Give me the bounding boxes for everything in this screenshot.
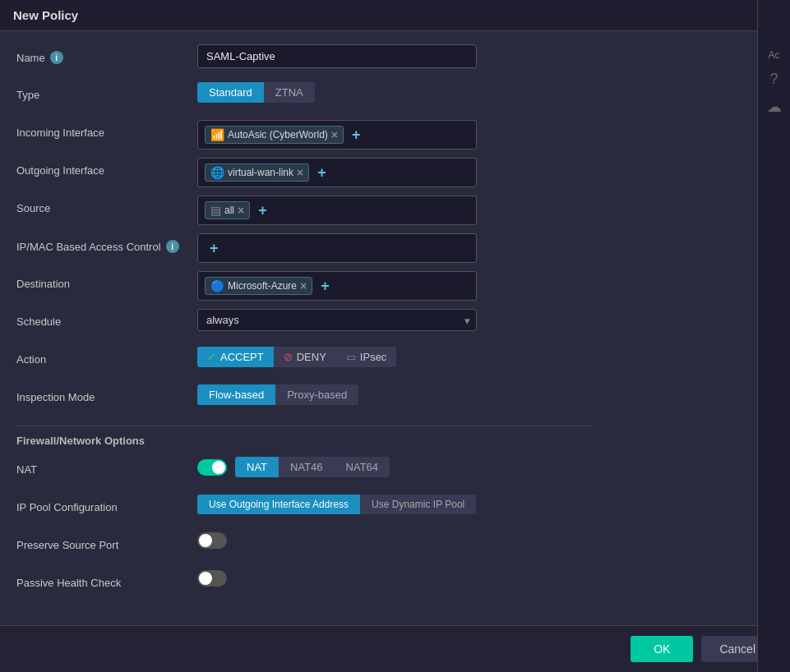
firewall-section-title: Firewall/Network Options bbox=[16, 435, 592, 447]
source-tagbox[interactable]: ▤ all × + bbox=[197, 196, 477, 225]
ipmac-add-btn[interactable]: + bbox=[205, 238, 224, 259]
destination-label: Destination bbox=[16, 271, 197, 290]
nat-nat-btn[interactable]: NAT bbox=[235, 457, 279, 477]
passive-health-check-toggle[interactable] bbox=[197, 570, 227, 587]
ipsec-label: IPsec bbox=[360, 351, 387, 363]
outgoing-interface-remove-btn[interactable]: × bbox=[297, 166, 303, 179]
ipmac-row: IP/MAC Based Access Control i + bbox=[16, 233, 592, 263]
accept-label: ACCEPT bbox=[220, 351, 264, 363]
deny-circle-icon: ⊘ bbox=[284, 351, 293, 363]
content-area: Name i Type Standard ZTNA In bbox=[0, 31, 790, 625]
dialog: Ac ? ☁ New Policy Name i Type bbox=[0, 0, 790, 672]
nat-nat46-btn[interactable]: NAT46 bbox=[279, 457, 335, 477]
schedule-control: always bbox=[197, 309, 592, 331]
incoming-interface-add-btn[interactable]: + bbox=[347, 125, 366, 145]
inspection-mode-btn-group: Flow-based Proxy-based bbox=[197, 384, 592, 405]
accept-checkmark-icon: ✓ bbox=[207, 351, 216, 363]
destination-add-btn[interactable]: + bbox=[316, 276, 335, 297]
incoming-interface-tag: 📶 AutoAsic (CyberWorld) × bbox=[205, 126, 344, 144]
type-standard-btn[interactable]: Standard bbox=[197, 82, 264, 103]
destination-row: Destination 🔵 Microsoft-Azure × + bbox=[16, 271, 592, 301]
action-ipsec-btn[interactable]: ▭ IPsec bbox=[336, 347, 397, 367]
ok-button[interactable]: OK bbox=[631, 636, 693, 662]
name-input[interactable] bbox=[197, 44, 477, 68]
action-btn-group: ✓ ACCEPT ⊘ DENY ▭ IPsec bbox=[197, 347, 592, 367]
footer: OK Cancel bbox=[0, 625, 790, 672]
name-info-icon[interactable]: i bbox=[50, 51, 63, 64]
inspection-mode-label: Inspection Mode bbox=[16, 384, 197, 403]
outgoing-interface-tag: 🌐 virtual-wan-link × bbox=[205, 163, 309, 182]
ip-pool-btn-group: Use Outgoing Interface Address Use Dynam… bbox=[197, 495, 592, 514]
action-control: ✓ ACCEPT ⊘ DENY ▭ IPsec bbox=[197, 347, 592, 367]
source-value: all bbox=[224, 205, 234, 216]
wifi-icon: 📶 bbox=[210, 128, 224, 141]
source-tag: ▤ all × bbox=[205, 201, 250, 219]
incoming-interface-remove-btn[interactable]: × bbox=[331, 128, 338, 141]
azure-icon: 🔵 bbox=[210, 279, 224, 292]
incoming-interface-tagbox[interactable]: 📶 AutoAsic (CyberWorld) × + bbox=[197, 120, 477, 150]
name-row: Name i bbox=[16, 44, 592, 74]
ipmac-tagbox[interactable]: + bbox=[197, 233, 477, 263]
action-accept-btn[interactable]: ✓ ACCEPT bbox=[197, 347, 274, 367]
nat-nat64-btn[interactable]: NAT64 bbox=[335, 457, 390, 477]
schedule-select-wrapper: always bbox=[197, 309, 477, 331]
preserve-source-port-knob bbox=[199, 534, 212, 547]
inspection-proxy-btn[interactable]: Proxy-based bbox=[275, 384, 358, 405]
ipmac-label: IP/MAC Based Access Control i bbox=[16, 233, 197, 253]
ip-pool-dynamic-btn[interactable]: Use Dynamic IP Pool bbox=[360, 495, 476, 514]
nat-options: NAT NAT46 NAT64 bbox=[197, 457, 592, 477]
source-add-btn[interactable]: + bbox=[253, 200, 272, 221]
name-label: Name i bbox=[16, 44, 197, 64]
ipsec-icon: ▭ bbox=[346, 351, 356, 363]
name-control bbox=[197, 44, 592, 68]
nat-toggle[interactable] bbox=[197, 459, 227, 476]
destination-control: 🔵 Microsoft-Azure × + bbox=[197, 271, 592, 301]
type-btn-group: Standard ZTNA bbox=[197, 82, 592, 103]
preserve-source-port-row: Preserve Source Port bbox=[16, 532, 592, 562]
form-container: Name i Type Standard ZTNA In bbox=[16, 44, 592, 600]
right-panel: Ac ? ☁ bbox=[757, 0, 790, 672]
type-ztna-btn[interactable]: ZTNA bbox=[264, 82, 315, 103]
source-label: Source bbox=[16, 196, 197, 214]
source-icon: ▤ bbox=[210, 204, 221, 217]
incoming-interface-row: Incoming Interface 📶 AutoAsic (CyberWorl… bbox=[16, 120, 592, 150]
outgoing-interface-row: Outgoing Interface 🌐 virtual-wan-link × … bbox=[16, 158, 592, 187]
incoming-interface-label: Incoming Interface bbox=[16, 120, 197, 139]
outgoing-interface-control: 🌐 virtual-wan-link × + bbox=[197, 158, 592, 187]
outgoing-interface-label: Outgoing Interface bbox=[16, 158, 197, 177]
nat-row: NAT NAT NAT46 NAT64 bbox=[16, 457, 592, 486]
incoming-interface-control: 📶 AutoAsic (CyberWorld) × + bbox=[197, 120, 592, 150]
ipmac-info-icon[interactable]: i bbox=[166, 240, 179, 253]
incoming-interface-value: AutoAsic (CyberWorld) bbox=[228, 129, 328, 140]
source-remove-btn[interactable]: × bbox=[238, 204, 244, 217]
help-icon[interactable]: ? bbox=[769, 71, 778, 88]
nat-toggle-knob bbox=[212, 461, 225, 474]
passive-health-check-knob bbox=[199, 572, 212, 585]
section-divider bbox=[16, 426, 592, 426]
inspection-flow-btn[interactable]: Flow-based bbox=[197, 384, 275, 405]
preserve-source-port-toggle[interactable] bbox=[197, 532, 227, 549]
type-label: Type bbox=[16, 82, 197, 101]
outgoing-interface-value: virtual-wan-link bbox=[228, 167, 293, 178]
ip-pool-control: Use Outgoing Interface Address Use Dynam… bbox=[197, 495, 592, 514]
schedule-select[interactable]: always bbox=[197, 309, 477, 331]
source-control: ▤ all × + bbox=[197, 196, 592, 225]
passive-health-check-label: Passive Health Check bbox=[16, 570, 197, 589]
outgoing-interface-tagbox[interactable]: 🌐 virtual-wan-link × + bbox=[197, 158, 477, 187]
action-deny-btn[interactable]: ⊘ DENY bbox=[274, 347, 336, 367]
type-control: Standard ZTNA bbox=[197, 82, 592, 103]
source-row: Source ▤ all × + bbox=[16, 196, 592, 225]
ip-pool-row: IP Pool Configuration Use Outgoing Inter… bbox=[16, 495, 592, 524]
ip-pool-label: IP Pool Configuration bbox=[16, 495, 197, 513]
ipmac-control: + bbox=[197, 233, 592, 263]
cloud-icon[interactable]: ☁ bbox=[767, 98, 782, 116]
destination-remove-btn[interactable]: × bbox=[300, 279, 307, 292]
destination-tagbox[interactable]: 🔵 Microsoft-Azure × + bbox=[197, 271, 477, 301]
ip-pool-outgoing-btn[interactable]: Use Outgoing Interface Address bbox=[197, 495, 360, 514]
outgoing-interface-add-btn[interactable]: + bbox=[312, 163, 331, 183]
destination-tag: 🔵 Microsoft-Azure × bbox=[205, 277, 312, 295]
nat-control: NAT NAT46 NAT64 bbox=[197, 457, 592, 477]
inspection-mode-control: Flow-based Proxy-based bbox=[197, 384, 592, 405]
action-row: Action ✓ ACCEPT ⊘ DENY ▭ IPsec bbox=[16, 347, 592, 376]
destination-value: Microsoft-Azure bbox=[228, 280, 297, 292]
